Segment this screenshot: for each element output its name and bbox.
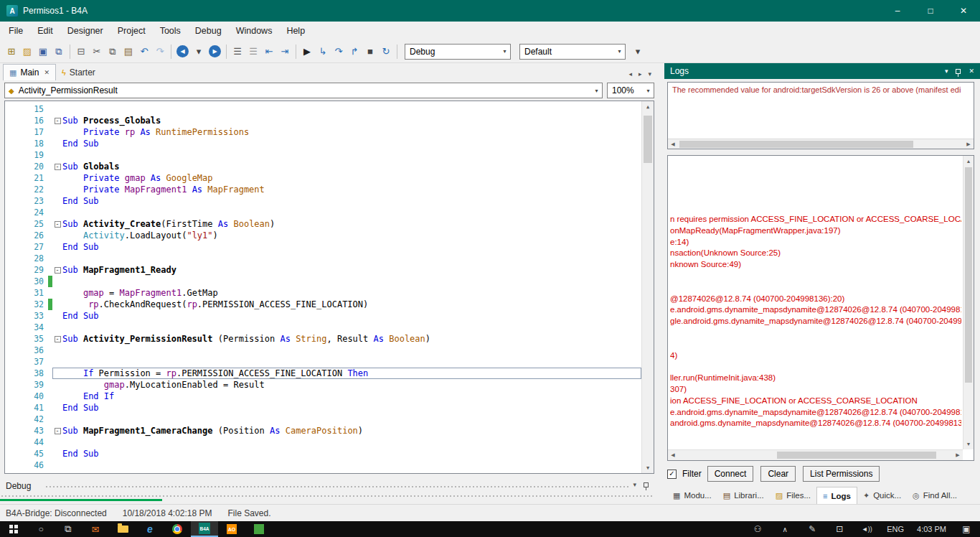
panel-tab-find-all[interactable]: ◎Find All... <box>907 487 963 504</box>
tab-main[interactable]: ▦Main✕ <box>3 64 56 80</box>
code-line-body[interactable]: -Sub MapFragment1_Ready <box>52 264 641 276</box>
breakpoint-margin[interactable] <box>5 195 22 207</box>
network-icon[interactable]: ⊡ <box>826 521 853 537</box>
pen-icon[interactable]: ✎ <box>798 521 826 537</box>
breakpoint-margin[interactable] <box>5 149 22 161</box>
debug-mode-select[interactable]: Debug▾ <box>405 44 511 60</box>
code-line-body[interactable]: End Sub <box>52 241 641 253</box>
zoom-select[interactable]: 100% ▾ <box>607 83 654 98</box>
menu-item-project[interactable]: Project <box>110 22 153 39</box>
file-explorer-app[interactable] <box>109 521 136 537</box>
scrollbar-thumb[interactable] <box>644 116 652 163</box>
clock[interactable]: 4:03 PM <box>910 521 953 537</box>
filter-checkbox[interactable]: ✓ <box>667 470 677 479</box>
code-line-body[interactable]: rp.CheckAndRequest(rp.PERMISSION_ACCESS_… <box>52 299 641 310</box>
redo-button[interactable]: ↷ <box>152 43 168 60</box>
breakpoint-margin[interactable] <box>5 310 22 322</box>
minimize-button[interactable]: – <box>881 0 914 22</box>
list-permissions-button[interactable]: List Permissions <box>803 466 880 482</box>
clear-button[interactable]: Clear <box>760 466 796 482</box>
edge-app[interactable]: e <box>136 521 164 537</box>
chevron-down-icon[interactable]: ▾ <box>633 481 636 488</box>
comment-button[interactable]: ☰ <box>230 43 245 60</box>
pin-icon[interactable] <box>956 69 961 74</box>
menu-item-help[interactable]: Help <box>279 22 312 39</box>
scrollbar-track[interactable] <box>678 450 953 460</box>
breakpoint-margin[interactable] <box>5 322 22 333</box>
code-line-body[interactable] <box>52 345 641 356</box>
green-app[interactable] <box>245 521 273 537</box>
log-horizontal-scrollbar[interactable]: ◀ ▶ <box>668 449 963 460</box>
panel-tab-files[interactable]: ▨Files... <box>770 487 816 504</box>
menu-item-tools[interactable]: Tools <box>153 22 188 39</box>
step-out-button[interactable]: ↱ <box>347 43 362 60</box>
code-line-body[interactable]: gmap.MyLocationEnabled = Result <box>52 379 641 391</box>
volume-icon[interactable]: ◄)) <box>853 521 880 537</box>
breakpoint-margin[interactable] <box>5 391 22 402</box>
close-icon[interactable]: ✕ <box>969 67 974 75</box>
menu-item-designer[interactable]: Designer <box>60 22 110 39</box>
breakpoint-margin[interactable] <box>5 425 22 436</box>
code-line-body[interactable]: -Sub Activity_Create(FirstTime As Boolea… <box>52 218 641 230</box>
back-history-caret[interactable]: ▾ <box>191 43 207 60</box>
code-line-body[interactable] <box>52 103 641 115</box>
search-button[interactable]: ○ <box>27 521 55 537</box>
scroll-up-icon[interactable]: ▲ <box>642 101 654 112</box>
breakpoint-margin[interactable] <box>5 253 22 264</box>
breakpoint-margin[interactable] <box>5 436 22 448</box>
code-line-body[interactable]: Activity.LoadLayout("ly1") <box>52 230 641 241</box>
breakpoint-margin[interactable] <box>5 103 22 115</box>
new-button[interactable]: ⊞ <box>4 43 19 60</box>
pin-icon[interactable] <box>644 482 649 487</box>
panel-tab-modu[interactable]: ▦Modu... <box>667 487 717 504</box>
code-line-body[interactable] <box>52 149 641 161</box>
scroll-left-icon[interactable]: ◀ <box>668 139 678 149</box>
breakpoint-margin[interactable] <box>5 402 22 414</box>
tab-starter[interactable]: ϟStarter <box>56 64 101 80</box>
orange-app[interactable]: AO <box>218 521 245 537</box>
chevron-down-icon[interactable]: ▾ <box>614 48 625 55</box>
breakpoint-margin[interactable] <box>5 368 22 379</box>
build-config-select[interactable]: Default▾ <box>519 44 626 60</box>
code-line-body[interactable]: End Sub <box>52 195 641 207</box>
chrome-app[interactable] <box>164 521 191 537</box>
close-button[interactable]: ✕ <box>947 0 980 22</box>
copy-button[interactable]: ⧉ <box>105 43 121 60</box>
code-line-body[interactable] <box>52 436 641 448</box>
breakpoint-margin[interactable] <box>5 356 22 368</box>
scroll-down-icon[interactable]: ▼ <box>642 462 654 473</box>
save-button[interactable]: ▣ <box>35 43 51 60</box>
breakpoint-margin[interactable] <box>5 264 22 276</box>
undo-button[interactable]: ↶ <box>136 43 152 60</box>
breakpoint-margin[interactable] <box>5 172 22 184</box>
scrollbar-thumb[interactable] <box>679 141 913 148</box>
step-over-button[interactable]: ↷ <box>331 43 347 60</box>
paste-button[interactable]: ▤ <box>121 43 136 60</box>
open-button[interactable]: ▨ <box>19 43 35 60</box>
chevron-down-icon[interactable]: ▾ <box>945 67 948 75</box>
editor-vertical-scrollbar[interactable]: ▲ ▼ <box>641 101 654 473</box>
scrollbar-thumb[interactable] <box>777 452 936 459</box>
prev-tab-button[interactable]: ◂ <box>628 70 632 78</box>
start-button[interactable] <box>0 521 27 537</box>
fold-collapse-icon[interactable]: - <box>55 221 61 228</box>
people-icon[interactable]: ⚇ <box>744 521 771 537</box>
fold-collapse-icon[interactable]: - <box>55 118 61 124</box>
code-line-body[interactable] <box>52 459 641 471</box>
scrollbar-track[interactable] <box>678 139 963 149</box>
b4a-app[interactable]: B4A <box>191 521 218 537</box>
breakpoint-margin[interactable] <box>5 138 22 149</box>
breakpoint-margin[interactable] <box>5 184 22 195</box>
code-line-body[interactable]: gmap = MapFragment1.GetMap <box>52 287 641 299</box>
fold-collapse-icon[interactable]: - <box>55 428 61 434</box>
fold-collapse-icon[interactable]: - <box>55 164 61 170</box>
run-button[interactable]: ▶ <box>299 43 315 60</box>
code-line-body[interactable] <box>52 356 641 368</box>
log-output-box[interactable]: n requires permission ACCESS_FINE_LOCATI… <box>667 155 974 461</box>
save-all-button[interactable]: ⧉ <box>51 43 67 60</box>
cut-button[interactable]: ✂ <box>89 43 105 60</box>
code-line-body[interactable]: Private MapFragment1 As MapFragment <box>52 184 641 195</box>
stop-button[interactable]: ■ <box>362 43 378 60</box>
code-line-body[interactable]: -Sub MapFragment1_CameraChange (Position… <box>52 425 641 436</box>
maximize-button[interactable]: □ <box>914 0 947 22</box>
